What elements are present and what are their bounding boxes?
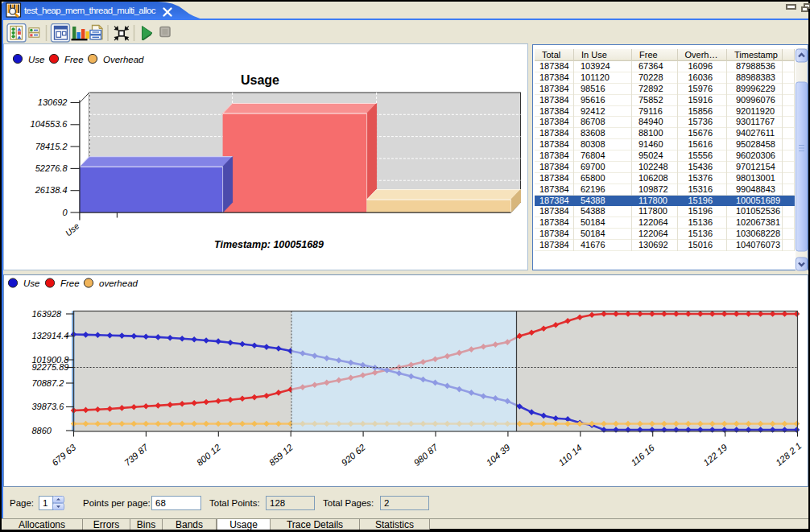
svg-text:26138.4: 26138.4	[35, 185, 68, 195]
svg-text:92275.89: 92275.89	[32, 362, 69, 372]
svg-text:Overhead: Overhead	[103, 55, 144, 64]
svg-text:Use: Use	[64, 221, 81, 237]
svg-text:920 62: 920 62	[340, 442, 368, 468]
svg-text:70887.2: 70887.2	[32, 378, 64, 388]
svg-text:overhead: overhead	[99, 278, 138, 288]
svg-text:800 12: 800 12	[195, 442, 223, 468]
svg-text:130692: 130692	[38, 97, 68, 107]
svg-text:Free: Free	[64, 55, 84, 64]
svg-text:Free: Free	[60, 278, 80, 288]
svg-text:Use: Use	[23, 278, 39, 288]
svg-text:739 87: 739 87	[122, 442, 151, 468]
svg-text:39873.6: 39873.6	[32, 402, 65, 411]
svg-text:104 39: 104 39	[484, 442, 512, 468]
svg-text:679 63: 679 63	[50, 442, 78, 468]
svg-text:163928: 163928	[32, 309, 63, 319]
svg-text:Use: Use	[28, 55, 44, 64]
svg-text:116 16: 116 16	[629, 443, 656, 468]
svg-text:104553.6: 104553.6	[31, 119, 68, 129]
svg-text:Timestamp: 100051689: Timestamp: 100051689	[214, 239, 324, 250]
svg-text:52276.8: 52276.8	[35, 163, 68, 173]
svg-text:110 14: 110 14	[556, 443, 584, 468]
svg-text:980 87: 980 87	[412, 442, 440, 468]
svg-text:122 19: 122 19	[701, 442, 729, 468]
svg-text:8860: 8860	[32, 426, 52, 435]
svg-text:859 12: 859 12	[267, 442, 295, 468]
svg-text:78415.2: 78415.2	[35, 142, 68, 151]
svg-text:132914.4: 132914.4	[32, 331, 69, 340]
svg-text:128 2 1: 128 2 1	[774, 441, 804, 468]
svg-text:Usage: Usage	[241, 73, 279, 87]
svg-text:0: 0	[62, 208, 68, 217]
